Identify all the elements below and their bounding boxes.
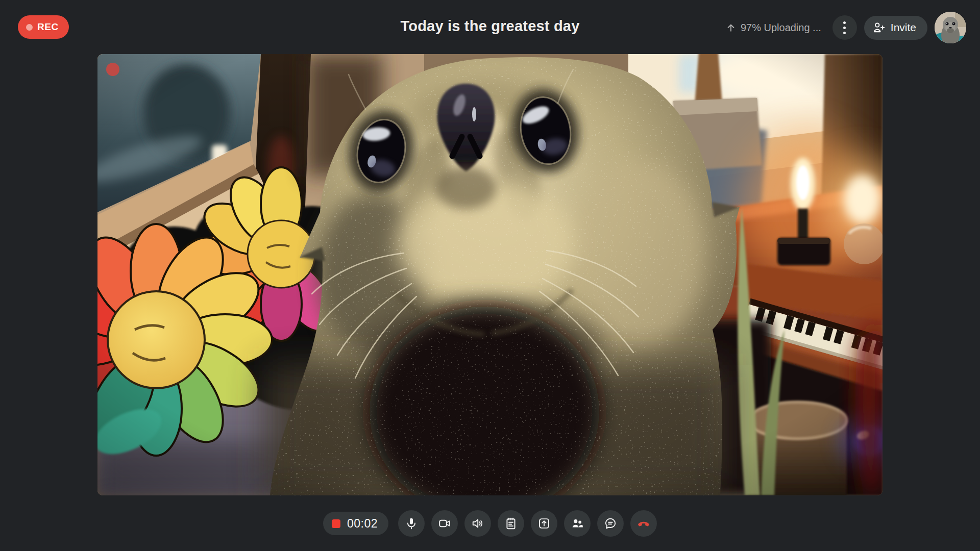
upload-status: 97% Uploading ... (726, 22, 821, 34)
video-scene (97, 54, 883, 495)
invite-label: Invite (891, 21, 916, 34)
stop-recording-icon (332, 519, 340, 528)
chat-icon (604, 517, 617, 530)
hangup-icon (636, 516, 651, 531)
header-actions: 97% Uploading ... Invite (726, 12, 966, 43)
hangup-button[interactable] (630, 510, 657, 537)
invite-button[interactable]: Invite (864, 16, 927, 40)
notes-button[interactable] (498, 510, 524, 537)
upload-status-text: 97% Uploading ... (741, 22, 821, 34)
upload-box-icon (537, 517, 551, 530)
more-options-button[interactable] (832, 15, 857, 40)
upload-arrow-icon (726, 22, 736, 33)
mic-button[interactable] (398, 510, 425, 537)
participants-icon (571, 517, 584, 530)
video-tile (97, 54, 883, 495)
user-avatar[interactable] (935, 12, 966, 43)
chat-button[interactable] (597, 510, 624, 537)
recording-indicator-dot (106, 63, 119, 76)
avatar-seal-image (935, 12, 966, 43)
kebab-menu-icon (843, 21, 846, 24)
upload-button[interactable] (531, 510, 557, 537)
control-bar: 00:02 (323, 510, 657, 537)
timer-value: 00:02 (347, 517, 378, 531)
camera-button[interactable] (431, 510, 458, 537)
person-add-icon (872, 21, 886, 34)
speaker-button[interactable] (464, 510, 491, 537)
recording-timer[interactable]: 00:02 (323, 512, 388, 535)
notes-icon (504, 517, 518, 530)
participants-button[interactable] (564, 510, 591, 537)
speaker-icon (471, 517, 484, 530)
camera-icon (438, 517, 451, 530)
mic-icon (405, 517, 418, 530)
